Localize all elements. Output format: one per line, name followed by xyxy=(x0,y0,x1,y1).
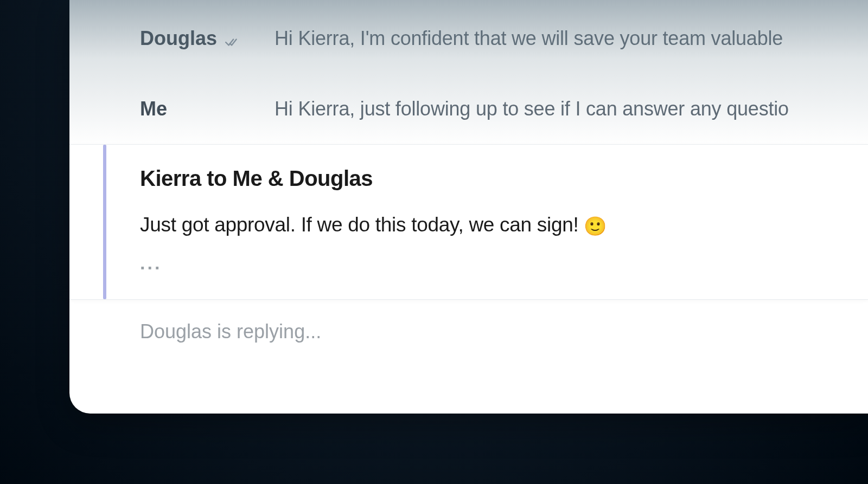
selected-message-card[interactable]: Kierra to Me & Douglas Just got approval… xyxy=(69,144,868,300)
smile-emoji: 🙂 xyxy=(584,216,607,236)
sender-name: Me xyxy=(140,98,167,120)
message-preview: Hi Kierra, I'm confident that we will sa… xyxy=(275,27,783,50)
sender-name: Douglas xyxy=(140,27,217,50)
typing-indicator: Douglas is replying... xyxy=(69,300,868,343)
message-header: Kierra to Me & Douglas xyxy=(140,166,868,191)
inbox-panel: Douglas Hi Kierra, I'm confident that we… xyxy=(69,0,868,414)
selection-accent-bar xyxy=(103,145,106,299)
message-body: Just got approval. If we do this today, … xyxy=(140,214,868,237)
message-row[interactable]: Douglas Hi Kierra, I'm confident that we… xyxy=(69,3,868,74)
sender-cell: Douglas xyxy=(140,27,275,50)
message-preview: Hi Kierra, just following up to see if I… xyxy=(275,98,789,120)
message-body-text: Just got approval. If we do this today, … xyxy=(140,214,584,236)
message-row[interactable]: Me Hi Kierra, just following up to see i… xyxy=(69,74,868,144)
sender-cell: Me xyxy=(140,98,275,120)
double-check-icon xyxy=(225,31,239,46)
more-options-icon[interactable]: ··· xyxy=(140,257,868,279)
